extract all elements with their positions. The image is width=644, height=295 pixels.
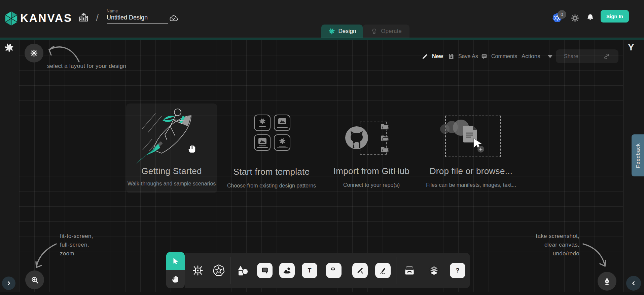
operator-icon (370, 28, 378, 35)
hand-icon (171, 275, 180, 284)
breadcrumb-slash: / (96, 12, 99, 24)
magnifier-plus-icon (30, 276, 39, 284)
save-icon (448, 53, 455, 60)
layers-icon (428, 264, 440, 277)
actions-dropdown[interactable]: Actions (522, 50, 552, 63)
arrow-cursor-icon (171, 257, 180, 265)
image-icon (278, 118, 287, 125)
kubernetes-wheel-icon (212, 264, 225, 277)
comments-button[interactable]: Comments (480, 50, 517, 63)
github-octocat-icon (344, 125, 369, 151)
image-icon (258, 138, 267, 144)
tab-design[interactable]: Design (321, 25, 363, 38)
cloud-saved-icon (169, 14, 179, 22)
question-icon: ? (453, 266, 462, 275)
svg-text:T: T (308, 267, 312, 274)
card-title: Getting Started (126, 166, 217, 176)
design-name-input[interactable] (107, 13, 168, 24)
shapes-tool-button[interactable] (235, 263, 250, 278)
svg-text:?: ? (456, 267, 459, 274)
card-subtitle: Connect to your repo(s) (321, 182, 422, 188)
card-title: Import from GitHub (321, 166, 422, 176)
tab-operate[interactable]: Operate (363, 25, 409, 38)
kanvas-app: KANVAS / Name (0, 0, 644, 295)
feedback-tab[interactable]: Feedback (632, 134, 644, 176)
template-tile (254, 115, 271, 131)
component-chip-icon (191, 264, 204, 277)
notifications-bell-button[interactable] (586, 13, 595, 23)
organization-icon[interactable] (78, 12, 89, 23)
sketch-tool-button[interactable] (375, 263, 391, 278)
pen-tool-button[interactable] (352, 263, 368, 278)
toolbar-separator (347, 257, 347, 284)
designs-drawer-button[interactable] (402, 263, 417, 278)
collapse-right-panel-button[interactable] (626, 276, 641, 291)
drawing-tools-button[interactable] (598, 272, 616, 291)
pan-tool-button[interactable] (166, 270, 185, 288)
pen-nib-icon (603, 277, 611, 286)
rocket-illustration (135, 106, 210, 164)
tools-hint-arrow (580, 239, 609, 271)
zoom-controls-button[interactable] (25, 270, 44, 289)
comments-icon (480, 53, 488, 60)
sign-in-button[interactable]: Sign In (601, 10, 629, 23)
start-from-template-card[interactable] (254, 115, 290, 151)
swirl-icon (259, 118, 266, 125)
y-shape-icon[interactable]: Y (628, 42, 634, 53)
share-button[interactable]: Share (556, 49, 618, 63)
tab-design-label: Design (338, 28, 356, 35)
text-icon: T (305, 266, 314, 275)
folder-icon (379, 134, 390, 142)
card-title: Start from template (221, 167, 322, 177)
expand-left-panel-button[interactable] (2, 277, 15, 290)
tools-hint-text: take screenshot, clear canvas, undo/redo (478, 232, 579, 258)
pointer-cursor-icon (187, 142, 198, 156)
template-tile (274, 134, 290, 151)
left-sidebar-strip (0, 40, 19, 292)
template-tile (274, 115, 290, 131)
card-title: Drop file or browse... (421, 166, 522, 176)
chevron-down-icon (548, 55, 552, 58)
settings-gear-button[interactable] (570, 13, 580, 23)
kubernetes-tool-button[interactable] (211, 263, 226, 278)
meshery-spinner-icon (4, 42, 14, 53)
select-tool-button[interactable] (166, 252, 185, 270)
save-as-button[interactable]: Save As (448, 50, 478, 63)
note-icon (329, 266, 338, 275)
image-icon (282, 265, 292, 276)
pencil-sketch-icon (378, 266, 388, 275)
text-tool-button[interactable]: T (302, 263, 317, 278)
comment-tool-button[interactable] (257, 263, 273, 278)
context-count-badge: 0 (558, 10, 566, 19)
new-design-button[interactable]: New (421, 50, 443, 63)
design-swirl-icon (328, 28, 335, 35)
folder-icon (379, 122, 390, 131)
card-subtitle: Choose from existing design patterns (221, 183, 322, 189)
zoom-hint-arrow (32, 239, 61, 273)
link-icon (603, 53, 610, 60)
shapes-icon (236, 264, 249, 277)
brand-name: KANVAS (20, 12, 72, 25)
kanvas-logo-icon (4, 11, 19, 26)
active-tab-underline (0, 38, 644, 40)
toolbar-separator (230, 257, 230, 284)
pen-anchor-icon (355, 266, 365, 275)
layout-hint-text: select a layout for your design (47, 62, 126, 71)
pencil-icon (421, 53, 429, 60)
getting-started-card[interactable]: Getting Started Walk-throughs and sample… (126, 103, 217, 193)
note-tool-button[interactable] (326, 263, 342, 278)
swirl-icon (279, 137, 286, 145)
bottom-edge (0, 292, 644, 295)
name-label: Name (107, 9, 168, 13)
card-subtitle: Files can be manifests, images, text... (421, 182, 522, 188)
image-tool-button[interactable] (279, 263, 295, 278)
layout-select-button[interactable] (25, 44, 43, 62)
layers-tool-button[interactable] (426, 263, 442, 278)
zoom-hint-text: fit-to-screen, full-screen, zoom (60, 232, 93, 258)
components-tool-button[interactable] (190, 263, 206, 278)
drop-file-illustration (436, 118, 503, 155)
folder-icon (379, 145, 390, 154)
layout-asterisk-icon (30, 49, 38, 57)
cursor-tools (166, 252, 185, 288)
help-tool-button[interactable]: ? (450, 263, 465, 278)
